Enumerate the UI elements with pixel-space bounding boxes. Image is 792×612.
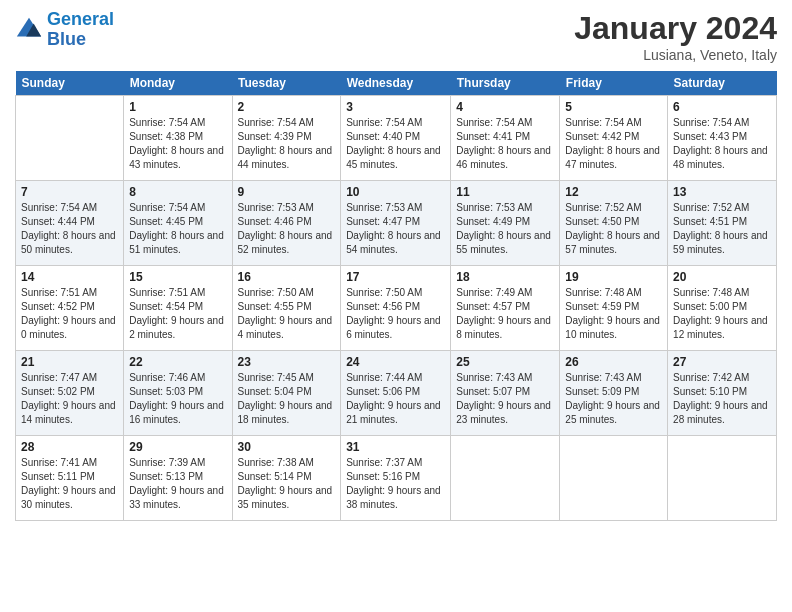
calendar-cell: 21Sunrise: 7:47 AMSunset: 5:02 PMDayligh…	[16, 351, 124, 436]
calendar-cell: 4Sunrise: 7:54 AMSunset: 4:41 PMDaylight…	[451, 96, 560, 181]
calendar-cell: 1Sunrise: 7:54 AMSunset: 4:38 PMDaylight…	[124, 96, 232, 181]
title-section: January 2024 Lusiana, Veneto, Italy	[574, 10, 777, 63]
date-number: 27	[673, 355, 771, 369]
date-number: 18	[456, 270, 554, 284]
week-row-4: 21Sunrise: 7:47 AMSunset: 5:02 PMDayligh…	[16, 351, 777, 436]
cell-info: Sunrise: 7:54 AMSunset: 4:45 PMDaylight:…	[129, 201, 226, 257]
date-number: 30	[238, 440, 336, 454]
cell-info: Sunrise: 7:46 AMSunset: 5:03 PMDaylight:…	[129, 371, 226, 427]
calendar-cell: 18Sunrise: 7:49 AMSunset: 4:57 PMDayligh…	[451, 266, 560, 351]
date-number: 26	[565, 355, 662, 369]
cell-info: Sunrise: 7:54 AMSunset: 4:39 PMDaylight:…	[238, 116, 336, 172]
calendar-cell: 16Sunrise: 7:50 AMSunset: 4:55 PMDayligh…	[232, 266, 341, 351]
cell-info: Sunrise: 7:51 AMSunset: 4:52 PMDaylight:…	[21, 286, 118, 342]
calendar-cell: 27Sunrise: 7:42 AMSunset: 5:10 PMDayligh…	[668, 351, 777, 436]
calendar-table: Sunday Monday Tuesday Wednesday Thursday…	[15, 71, 777, 521]
calendar-cell	[451, 436, 560, 521]
header-row: Sunday Monday Tuesday Wednesday Thursday…	[16, 71, 777, 96]
date-number: 21	[21, 355, 118, 369]
logo-icon	[15, 16, 43, 44]
date-number: 13	[673, 185, 771, 199]
cell-info: Sunrise: 7:48 AMSunset: 4:59 PMDaylight:…	[565, 286, 662, 342]
cell-info: Sunrise: 7:52 AMSunset: 4:51 PMDaylight:…	[673, 201, 771, 257]
date-number: 28	[21, 440, 118, 454]
date-number: 6	[673, 100, 771, 114]
week-row-2: 7Sunrise: 7:54 AMSunset: 4:44 PMDaylight…	[16, 181, 777, 266]
calendar-cell	[668, 436, 777, 521]
calendar-cell: 10Sunrise: 7:53 AMSunset: 4:47 PMDayligh…	[341, 181, 451, 266]
calendar-cell: 8Sunrise: 7:54 AMSunset: 4:45 PMDaylight…	[124, 181, 232, 266]
col-saturday: Saturday	[668, 71, 777, 96]
calendar-cell: 11Sunrise: 7:53 AMSunset: 4:49 PMDayligh…	[451, 181, 560, 266]
calendar-cell: 23Sunrise: 7:45 AMSunset: 5:04 PMDayligh…	[232, 351, 341, 436]
date-number: 19	[565, 270, 662, 284]
calendar-cell: 22Sunrise: 7:46 AMSunset: 5:03 PMDayligh…	[124, 351, 232, 436]
date-number: 22	[129, 355, 226, 369]
date-number: 12	[565, 185, 662, 199]
calendar-cell: 31Sunrise: 7:37 AMSunset: 5:16 PMDayligh…	[341, 436, 451, 521]
week-row-1: 1Sunrise: 7:54 AMSunset: 4:38 PMDaylight…	[16, 96, 777, 181]
col-thursday: Thursday	[451, 71, 560, 96]
calendar-cell	[16, 96, 124, 181]
cell-info: Sunrise: 7:49 AMSunset: 4:57 PMDaylight:…	[456, 286, 554, 342]
date-number: 2	[238, 100, 336, 114]
cell-info: Sunrise: 7:39 AMSunset: 5:13 PMDaylight:…	[129, 456, 226, 512]
cell-info: Sunrise: 7:47 AMSunset: 5:02 PMDaylight:…	[21, 371, 118, 427]
cell-info: Sunrise: 7:53 AMSunset: 4:47 PMDaylight:…	[346, 201, 445, 257]
date-number: 20	[673, 270, 771, 284]
cell-info: Sunrise: 7:54 AMSunset: 4:42 PMDaylight:…	[565, 116, 662, 172]
calendar-cell: 3Sunrise: 7:54 AMSunset: 4:40 PMDaylight…	[341, 96, 451, 181]
date-number: 14	[21, 270, 118, 284]
cell-info: Sunrise: 7:53 AMSunset: 4:49 PMDaylight:…	[456, 201, 554, 257]
cell-info: Sunrise: 7:41 AMSunset: 5:11 PMDaylight:…	[21, 456, 118, 512]
calendar-cell: 2Sunrise: 7:54 AMSunset: 4:39 PMDaylight…	[232, 96, 341, 181]
date-number: 3	[346, 100, 445, 114]
calendar-cell: 9Sunrise: 7:53 AMSunset: 4:46 PMDaylight…	[232, 181, 341, 266]
cell-info: Sunrise: 7:44 AMSunset: 5:06 PMDaylight:…	[346, 371, 445, 427]
location: Lusiana, Veneto, Italy	[574, 47, 777, 63]
cell-info: Sunrise: 7:50 AMSunset: 4:55 PMDaylight:…	[238, 286, 336, 342]
calendar-cell	[560, 436, 668, 521]
date-number: 23	[238, 355, 336, 369]
date-number: 9	[238, 185, 336, 199]
col-tuesday: Tuesday	[232, 71, 341, 96]
date-number: 4	[456, 100, 554, 114]
col-sunday: Sunday	[16, 71, 124, 96]
date-number: 16	[238, 270, 336, 284]
cell-info: Sunrise: 7:53 AMSunset: 4:46 PMDaylight:…	[238, 201, 336, 257]
cell-info: Sunrise: 7:54 AMSunset: 4:40 PMDaylight:…	[346, 116, 445, 172]
cell-info: Sunrise: 7:37 AMSunset: 5:16 PMDaylight:…	[346, 456, 445, 512]
page-header: General Blue January 2024 Lusiana, Venet…	[15, 10, 777, 63]
calendar-cell: 24Sunrise: 7:44 AMSunset: 5:06 PMDayligh…	[341, 351, 451, 436]
calendar-cell: 30Sunrise: 7:38 AMSunset: 5:14 PMDayligh…	[232, 436, 341, 521]
calendar-cell: 7Sunrise: 7:54 AMSunset: 4:44 PMDaylight…	[16, 181, 124, 266]
calendar-cell: 29Sunrise: 7:39 AMSunset: 5:13 PMDayligh…	[124, 436, 232, 521]
cell-info: Sunrise: 7:54 AMSunset: 4:43 PMDaylight:…	[673, 116, 771, 172]
date-number: 25	[456, 355, 554, 369]
date-number: 11	[456, 185, 554, 199]
date-number: 5	[565, 100, 662, 114]
cell-info: Sunrise: 7:54 AMSunset: 4:38 PMDaylight:…	[129, 116, 226, 172]
cell-info: Sunrise: 7:51 AMSunset: 4:54 PMDaylight:…	[129, 286, 226, 342]
cell-info: Sunrise: 7:42 AMSunset: 5:10 PMDaylight:…	[673, 371, 771, 427]
col-monday: Monday	[124, 71, 232, 96]
calendar-cell: 5Sunrise: 7:54 AMSunset: 4:42 PMDaylight…	[560, 96, 668, 181]
calendar-cell: 19Sunrise: 7:48 AMSunset: 4:59 PMDayligh…	[560, 266, 668, 351]
calendar-cell: 15Sunrise: 7:51 AMSunset: 4:54 PMDayligh…	[124, 266, 232, 351]
date-number: 17	[346, 270, 445, 284]
week-row-3: 14Sunrise: 7:51 AMSunset: 4:52 PMDayligh…	[16, 266, 777, 351]
logo: General Blue	[15, 10, 114, 50]
cell-info: Sunrise: 7:54 AMSunset: 4:41 PMDaylight:…	[456, 116, 554, 172]
month-title: January 2024	[574, 10, 777, 47]
date-number: 15	[129, 270, 226, 284]
date-number: 7	[21, 185, 118, 199]
cell-info: Sunrise: 7:54 AMSunset: 4:44 PMDaylight:…	[21, 201, 118, 257]
calendar-cell: 13Sunrise: 7:52 AMSunset: 4:51 PMDayligh…	[668, 181, 777, 266]
calendar-cell: 26Sunrise: 7:43 AMSunset: 5:09 PMDayligh…	[560, 351, 668, 436]
calendar-cell: 28Sunrise: 7:41 AMSunset: 5:11 PMDayligh…	[16, 436, 124, 521]
calendar-cell: 20Sunrise: 7:48 AMSunset: 5:00 PMDayligh…	[668, 266, 777, 351]
cell-info: Sunrise: 7:38 AMSunset: 5:14 PMDaylight:…	[238, 456, 336, 512]
calendar-cell: 17Sunrise: 7:50 AMSunset: 4:56 PMDayligh…	[341, 266, 451, 351]
calendar-cell: 14Sunrise: 7:51 AMSunset: 4:52 PMDayligh…	[16, 266, 124, 351]
date-number: 29	[129, 440, 226, 454]
